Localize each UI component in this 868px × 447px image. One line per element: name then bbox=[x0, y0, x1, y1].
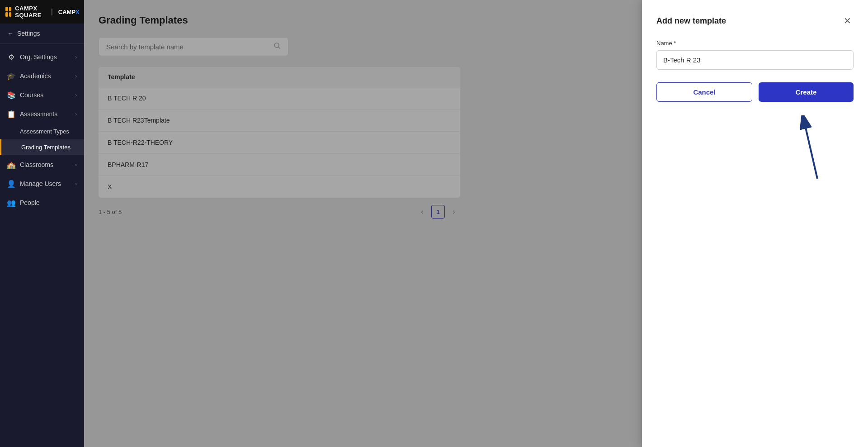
courses-label: Courses bbox=[20, 91, 43, 99]
logo-grid-icon bbox=[5, 7, 11, 17]
sidebar-item-assessments[interactable]: 📋 Assessments › bbox=[0, 105, 84, 124]
arrow-icon bbox=[790, 115, 826, 179]
name-input[interactable] bbox=[656, 50, 854, 70]
sidebar-item-classrooms[interactable]: 🏫 Classrooms › bbox=[0, 155, 84, 174]
assessments-label: Assessments bbox=[20, 110, 57, 118]
arrow-annotation bbox=[656, 115, 854, 179]
logo-separator: | bbox=[51, 8, 53, 16]
sidebar-item-grading-templates[interactable]: Grading Templates bbox=[0, 139, 84, 155]
sidebar-item-manage-users[interactable]: 👤 Manage Users › bbox=[0, 174, 84, 193]
manage-users-icon: 👤 bbox=[7, 180, 15, 188]
sidebar-nav: ⚙ Org. Settings › 🎓 Academics › 📚 Course… bbox=[0, 44, 84, 447]
modal-panel: Add new template ✕ Name * Cancel Create bbox=[642, 0, 868, 447]
sidebar: CAMPX SQUARE | CAMPX ← Settings ⚙ Org. S… bbox=[0, 0, 84, 447]
sidebar-item-org-settings[interactable]: ⚙ Org. Settings › bbox=[0, 48, 84, 67]
org-settings-chevron: › bbox=[75, 54, 77, 60]
settings-label: Settings bbox=[17, 30, 40, 37]
sidebar-item-people[interactable]: 👥 People bbox=[0, 193, 84, 212]
modal-actions: Cancel Create bbox=[656, 82, 854, 102]
modal-title: Add new template bbox=[656, 16, 726, 26]
courses-icon: 📚 bbox=[7, 91, 15, 99]
logo-x: X bbox=[75, 9, 80, 15]
logo: CAMPX SQUARE | CAMPX bbox=[5, 5, 80, 19]
modal-header: Add new template ✕ bbox=[656, 14, 854, 27]
courses-chevron: › bbox=[75, 92, 77, 98]
academics-chevron: › bbox=[75, 73, 77, 79]
assessment-types-label: Assessment Types bbox=[20, 128, 69, 135]
classrooms-label: Classrooms bbox=[20, 161, 53, 168]
org-settings-icon: ⚙ bbox=[7, 53, 15, 61]
people-label: People bbox=[20, 199, 40, 206]
classrooms-chevron: › bbox=[75, 162, 77, 167]
settings-back-button[interactable]: ← Settings bbox=[0, 24, 84, 44]
modal-close-button[interactable]: ✕ bbox=[841, 14, 854, 27]
cancel-button[interactable]: Cancel bbox=[656, 82, 752, 102]
grading-templates-label: Grading Templates bbox=[21, 144, 71, 151]
sidebar-header: CAMPX SQUARE | CAMPX bbox=[0, 0, 84, 24]
manage-users-chevron: › bbox=[75, 181, 77, 186]
back-arrow-icon: ← bbox=[7, 30, 14, 37]
logo-campx: CAMPX bbox=[58, 9, 80, 15]
sidebar-item-courses[interactable]: 📚 Courses › bbox=[0, 86, 84, 105]
academics-label: Academics bbox=[20, 72, 51, 80]
manage-users-label: Manage Users bbox=[20, 180, 61, 187]
create-button[interactable]: Create bbox=[759, 82, 854, 102]
sidebar-item-assessment-types[interactable]: Assessment Types bbox=[0, 124, 84, 139]
people-icon: 👥 bbox=[7, 199, 15, 207]
svg-line-3 bbox=[804, 120, 817, 179]
assessments-icon: 📋 bbox=[7, 110, 15, 118]
org-settings-label: Org. Settings bbox=[20, 53, 57, 61]
academics-icon: 🎓 bbox=[7, 72, 15, 80]
sidebar-item-academics[interactable]: 🎓 Academics › bbox=[0, 67, 84, 86]
classrooms-icon: 🏫 bbox=[7, 161, 15, 169]
required-indicator: * bbox=[674, 40, 676, 47]
assessments-chevron: › bbox=[75, 111, 77, 117]
name-field-label: Name * bbox=[656, 40, 854, 47]
logo-text: CAMPX SQUARE bbox=[15, 5, 45, 19]
